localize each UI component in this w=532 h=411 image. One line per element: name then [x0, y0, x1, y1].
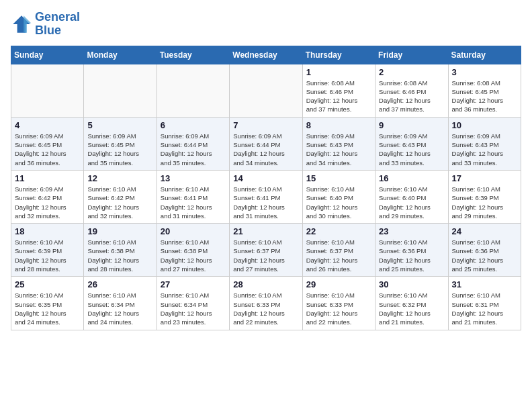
- day-number: 8: [306, 120, 371, 130]
- calendar-cell: 29Sunrise: 6:10 AM Sunset: 6:33 PM Dayli…: [302, 277, 375, 330]
- day-number: 25: [15, 279, 80, 289]
- day-number: 5: [87, 120, 152, 130]
- day-info: Sunrise: 6:10 AM Sunset: 6:41 PM Dayligh…: [161, 185, 226, 220]
- day-info: Sunrise: 6:09 AM Sunset: 6:45 PM Dayligh…: [15, 132, 80, 167]
- day-info: Sunrise: 6:08 AM Sunset: 6:46 PM Dayligh…: [306, 79, 371, 114]
- day-info: Sunrise: 6:10 AM Sunset: 6:36 PM Dayligh…: [379, 238, 444, 273]
- day-info: Sunrise: 6:10 AM Sunset: 6:38 PM Dayligh…: [87, 238, 152, 273]
- logo-text-blue: Blue: [35, 24, 80, 38]
- day-info: Sunrise: 6:10 AM Sunset: 6:32 PM Dayligh…: [379, 291, 444, 326]
- logo: General Blue: [11, 11, 80, 38]
- day-info: Sunrise: 6:10 AM Sunset: 6:33 PM Dayligh…: [306, 291, 371, 326]
- day-info: Sunrise: 6:10 AM Sunset: 6:42 PM Dayligh…: [87, 185, 152, 220]
- calendar-cell: 6Sunrise: 6:09 AM Sunset: 6:44 PM Daylig…: [157, 117, 229, 170]
- calendar-cell: 26Sunrise: 6:10 AM Sunset: 6:34 PM Dayli…: [84, 277, 157, 330]
- calendar-cell: 30Sunrise: 6:10 AM Sunset: 6:32 PM Dayli…: [375, 277, 448, 330]
- day-number: 12: [87, 173, 152, 183]
- logo-icon: [11, 13, 32, 35]
- calendar-cell: [11, 64, 84, 117]
- day-number: 7: [233, 120, 298, 130]
- day-info: Sunrise: 6:09 AM Sunset: 6:44 PM Dayligh…: [161, 132, 226, 167]
- day-number: 19: [87, 226, 152, 236]
- day-info: Sunrise: 6:10 AM Sunset: 6:41 PM Dayligh…: [233, 185, 298, 220]
- calendar-cell: 16Sunrise: 6:10 AM Sunset: 6:40 PM Dayli…: [375, 170, 448, 223]
- calendar-cell: 28Sunrise: 6:10 AM Sunset: 6:33 PM Dayli…: [230, 277, 302, 330]
- calendar-cell: [230, 64, 302, 117]
- weekday-friday: Friday: [375, 46, 448, 64]
- calendar-cell: 10Sunrise: 6:09 AM Sunset: 6:43 PM Dayli…: [448, 117, 521, 170]
- day-number: 29: [306, 279, 371, 289]
- calendar-cell: 1Sunrise: 6:08 AM Sunset: 6:46 PM Daylig…: [302, 64, 375, 117]
- day-number: 18: [15, 226, 80, 236]
- weekday-wednesday: Wednesday: [230, 46, 302, 64]
- day-info: Sunrise: 6:10 AM Sunset: 6:33 PM Dayligh…: [233, 291, 298, 326]
- day-number: 21: [233, 226, 298, 236]
- day-number: 13: [161, 173, 226, 183]
- day-info: Sunrise: 6:10 AM Sunset: 6:40 PM Dayligh…: [306, 185, 371, 220]
- day-number: 3: [452, 67, 517, 77]
- day-number: 11: [15, 173, 80, 183]
- day-number: 26: [87, 279, 152, 289]
- calendar-week-2: 4Sunrise: 6:09 AM Sunset: 6:45 PM Daylig…: [11, 117, 521, 170]
- calendar-week-5: 25Sunrise: 6:10 AM Sunset: 6:35 PM Dayli…: [11, 277, 521, 330]
- day-info: Sunrise: 6:09 AM Sunset: 6:44 PM Dayligh…: [233, 132, 298, 167]
- weekday-thursday: Thursday: [302, 46, 375, 64]
- day-info: Sunrise: 6:10 AM Sunset: 6:34 PM Dayligh…: [87, 291, 152, 326]
- day-info: Sunrise: 6:10 AM Sunset: 6:39 PM Dayligh…: [452, 185, 517, 220]
- weekday-tuesday: Tuesday: [157, 46, 229, 64]
- day-number: 24: [452, 226, 517, 236]
- calendar-cell: 19Sunrise: 6:10 AM Sunset: 6:38 PM Dayli…: [84, 224, 157, 277]
- logo-text-general: General: [35, 11, 80, 24]
- day-number: 4: [15, 120, 80, 130]
- weekday-header-row: SundayMondayTuesdayWednesdayThursdayFrid…: [11, 46, 521, 64]
- day-number: 10: [452, 120, 517, 130]
- day-number: 15: [306, 173, 371, 183]
- calendar-cell: 24Sunrise: 6:10 AM Sunset: 6:36 PM Dayli…: [448, 224, 521, 277]
- day-number: 1: [306, 67, 371, 77]
- calendar-cell: 4Sunrise: 6:09 AM Sunset: 6:45 PM Daylig…: [11, 117, 84, 170]
- calendar-cell: 15Sunrise: 6:10 AM Sunset: 6:40 PM Dayli…: [302, 170, 375, 223]
- calendar-cell: 21Sunrise: 6:10 AM Sunset: 6:37 PM Dayli…: [230, 224, 302, 277]
- day-info: Sunrise: 6:10 AM Sunset: 6:31 PM Dayligh…: [452, 291, 517, 326]
- calendar-cell: 27Sunrise: 6:10 AM Sunset: 6:34 PM Dayli…: [157, 277, 229, 330]
- day-number: 28: [233, 279, 298, 289]
- day-number: 30: [379, 279, 444, 289]
- day-number: 23: [379, 226, 444, 236]
- calendar-week-4: 18Sunrise: 6:10 AM Sunset: 6:39 PM Dayli…: [11, 224, 521, 277]
- day-info: Sunrise: 6:09 AM Sunset: 6:43 PM Dayligh…: [452, 132, 517, 167]
- day-info: Sunrise: 6:09 AM Sunset: 6:43 PM Dayligh…: [306, 132, 371, 167]
- calendar-cell: 3Sunrise: 6:08 AM Sunset: 6:45 PM Daylig…: [448, 64, 521, 117]
- calendar-table: SundayMondayTuesdayWednesdayThursdayFrid…: [11, 46, 521, 330]
- calendar-body: 1Sunrise: 6:08 AM Sunset: 6:46 PM Daylig…: [11, 64, 521, 330]
- day-number: 20: [161, 226, 226, 236]
- calendar-cell: 17Sunrise: 6:10 AM Sunset: 6:39 PM Dayli…: [448, 170, 521, 223]
- day-info: Sunrise: 6:08 AM Sunset: 6:46 PM Dayligh…: [379, 79, 444, 114]
- day-number: 22: [306, 226, 371, 236]
- calendar-cell: 13Sunrise: 6:10 AM Sunset: 6:41 PM Dayli…: [157, 170, 229, 223]
- calendar-cell: [84, 64, 157, 117]
- calendar-cell: 23Sunrise: 6:10 AM Sunset: 6:36 PM Dayli…: [375, 224, 448, 277]
- day-info: Sunrise: 6:08 AM Sunset: 6:45 PM Dayligh…: [452, 79, 517, 114]
- calendar-cell: [157, 64, 229, 117]
- calendar-cell: 9Sunrise: 6:09 AM Sunset: 6:43 PM Daylig…: [375, 117, 448, 170]
- day-info: Sunrise: 6:09 AM Sunset: 6:45 PM Dayligh…: [87, 132, 152, 167]
- day-info: Sunrise: 6:09 AM Sunset: 6:43 PM Dayligh…: [379, 132, 444, 167]
- calendar-cell: 7Sunrise: 6:09 AM Sunset: 6:44 PM Daylig…: [230, 117, 302, 170]
- calendar-cell: 2Sunrise: 6:08 AM Sunset: 6:46 PM Daylig…: [375, 64, 448, 117]
- day-number: 17: [452, 173, 517, 183]
- calendar-cell: 14Sunrise: 6:10 AM Sunset: 6:41 PM Dayli…: [230, 170, 302, 223]
- day-info: Sunrise: 6:10 AM Sunset: 6:39 PM Dayligh…: [15, 238, 80, 273]
- day-info: Sunrise: 6:10 AM Sunset: 6:34 PM Dayligh…: [161, 291, 226, 326]
- weekday-monday: Monday: [84, 46, 157, 64]
- day-info: Sunrise: 6:10 AM Sunset: 6:38 PM Dayligh…: [161, 238, 226, 273]
- calendar-cell: 18Sunrise: 6:10 AM Sunset: 6:39 PM Dayli…: [11, 224, 84, 277]
- day-info: Sunrise: 6:10 AM Sunset: 6:35 PM Dayligh…: [15, 291, 80, 326]
- day-info: Sunrise: 6:09 AM Sunset: 6:42 PM Dayligh…: [15, 185, 80, 220]
- calendar-cell: 12Sunrise: 6:10 AM Sunset: 6:42 PM Dayli…: [84, 170, 157, 223]
- day-number: 16: [379, 173, 444, 183]
- day-info: Sunrise: 6:10 AM Sunset: 6:40 PM Dayligh…: [379, 185, 444, 220]
- weekday-saturday: Saturday: [448, 46, 521, 64]
- calendar-cell: 11Sunrise: 6:09 AM Sunset: 6:42 PM Dayli…: [11, 170, 84, 223]
- day-number: 6: [161, 120, 226, 130]
- day-number: 27: [161, 279, 226, 289]
